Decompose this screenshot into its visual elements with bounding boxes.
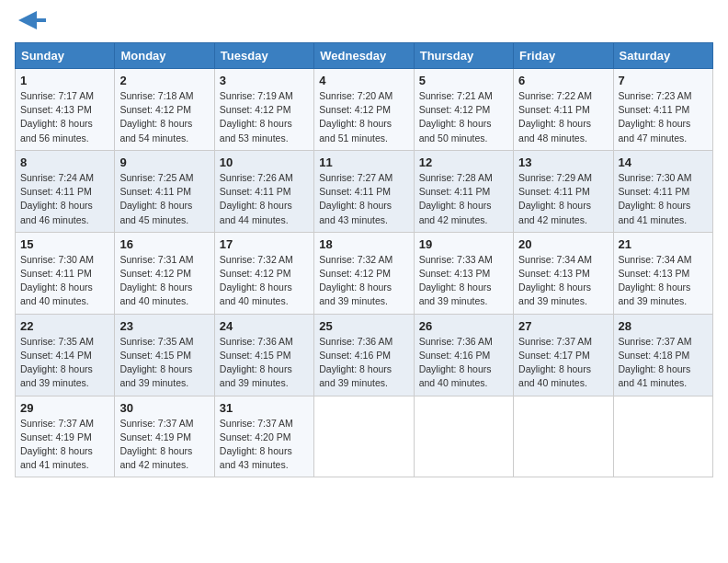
calendar-cell: 7Sunrise: 7:23 AMSunset: 4:11 PMDaylight… (613, 69, 712, 151)
day-number: 3 (220, 74, 309, 87)
calendar-cell: 14Sunrise: 7:30 AMSunset: 4:11 PMDayligh… (613, 150, 712, 232)
day-number: 6 (518, 74, 608, 87)
day-number: 18 (319, 237, 408, 251)
day-info: Sunrise: 7:21 AMSunset: 4:12 PMDaylight:… (419, 90, 493, 144)
calendar-cell: 5Sunrise: 7:21 AMSunset: 4:12 PMDaylight… (414, 69, 513, 151)
day-number: 29 (20, 401, 109, 415)
calendar-cell: 15Sunrise: 7:30 AMSunset: 4:11 PMDayligh… (16, 232, 115, 314)
calendar-cell (514, 396, 613, 477)
day-number: 30 (119, 401, 209, 415)
calendar-cell: 10Sunrise: 7:26 AMSunset: 4:11 PMDayligh… (214, 150, 313, 232)
day-number: 8 (20, 155, 109, 169)
day-number: 19 (419, 237, 508, 251)
day-number: 10 (220, 155, 309, 169)
calendar-cell: 25Sunrise: 7:36 AMSunset: 4:16 PMDayligh… (314, 314, 414, 396)
day-info: Sunrise: 7:33 AMSunset: 4:13 PMDaylight:… (419, 254, 493, 307)
day-number: 11 (319, 155, 408, 169)
calendar-cell: 29Sunrise: 7:37 AMSunset: 4:19 PMDayligh… (16, 396, 115, 477)
calendar-cell: 9Sunrise: 7:25 AMSunset: 4:11 PMDaylight… (115, 150, 214, 232)
calendar-cell: 27Sunrise: 7:37 AMSunset: 4:17 PMDayligh… (514, 314, 613, 396)
day-number: 15 (20, 237, 109, 251)
logo-icon (18, 11, 46, 33)
day-number: 12 (419, 155, 508, 169)
day-info: Sunrise: 7:32 AMSunset: 4:12 PMDaylight:… (319, 254, 392, 307)
calendar-cell (314, 396, 414, 477)
day-info: Sunrise: 7:32 AMSunset: 4:12 PMDaylight:… (220, 254, 293, 307)
header-cell-friday: Friday (514, 43, 613, 69)
day-number: 16 (119, 237, 209, 251)
day-info: Sunrise: 7:20 AMSunset: 4:12 PMDaylight:… (319, 90, 392, 144)
day-info: Sunrise: 7:30 AMSunset: 4:11 PMDaylight:… (619, 172, 692, 225)
day-number: 14 (619, 155, 708, 169)
day-number: 25 (319, 319, 408, 333)
calendar-cell: 11Sunrise: 7:27 AMSunset: 4:11 PMDayligh… (314, 150, 414, 232)
calendar-cell: 23Sunrise: 7:35 AMSunset: 4:15 PMDayligh… (115, 314, 214, 396)
day-info: Sunrise: 7:35 AMSunset: 4:15 PMDaylight:… (119, 336, 193, 389)
header-cell-wednesday: Wednesday (314, 43, 414, 69)
day-info: Sunrise: 7:36 AMSunset: 4:16 PMDaylight:… (319, 336, 392, 389)
day-number: 13 (518, 155, 608, 169)
calendar-week-5: 29Sunrise: 7:37 AMSunset: 4:19 PMDayligh… (16, 396, 713, 477)
day-info: Sunrise: 7:29 AMSunset: 4:11 PMDaylight:… (518, 172, 592, 225)
header-cell-sunday: Sunday (16, 43, 115, 69)
calendar-cell: 19Sunrise: 7:33 AMSunset: 4:13 PMDayligh… (414, 232, 513, 314)
day-number: 20 (518, 237, 608, 251)
day-number: 2 (119, 74, 209, 87)
day-number: 24 (220, 319, 309, 333)
day-info: Sunrise: 7:31 AMSunset: 4:12 PMDaylight:… (119, 254, 193, 307)
day-info: Sunrise: 7:35 AMSunset: 4:14 PMDaylight:… (20, 336, 94, 389)
day-info: Sunrise: 7:34 AMSunset: 4:13 PMDaylight:… (518, 254, 592, 307)
day-info: Sunrise: 7:18 AMSunset: 4:12 PMDaylight:… (119, 90, 193, 144)
calendar-cell (414, 396, 513, 477)
header-cell-saturday: Saturday (613, 43, 712, 69)
header-cell-thursday: Thursday (414, 43, 513, 69)
calendar-cell: 18Sunrise: 7:32 AMSunset: 4:12 PMDayligh… (314, 232, 414, 314)
calendar-cell: 20Sunrise: 7:34 AMSunset: 4:13 PMDayligh… (514, 232, 613, 314)
day-info: Sunrise: 7:27 AMSunset: 4:11 PMDaylight:… (319, 172, 392, 225)
calendar-week-3: 15Sunrise: 7:30 AMSunset: 4:11 PMDayligh… (16, 232, 713, 314)
calendar-cell (613, 396, 712, 477)
page-header (15, 15, 713, 33)
day-number: 7 (619, 74, 708, 87)
day-info: Sunrise: 7:25 AMSunset: 4:11 PMDaylight:… (119, 172, 193, 225)
calendar-cell: 28Sunrise: 7:37 AMSunset: 4:18 PMDayligh… (613, 314, 712, 396)
calendar-cell: 22Sunrise: 7:35 AMSunset: 4:14 PMDayligh… (16, 314, 115, 396)
day-info: Sunrise: 7:26 AMSunset: 4:11 PMDaylight:… (220, 172, 293, 225)
day-number: 22 (20, 319, 109, 333)
calendar-cell: 13Sunrise: 7:29 AMSunset: 4:11 PMDayligh… (514, 150, 613, 232)
calendar-week-4: 22Sunrise: 7:35 AMSunset: 4:14 PMDayligh… (16, 314, 713, 396)
svg-marker-0 (18, 11, 46, 29)
calendar-table: SundayMondayTuesdayWednesdayThursdayFrid… (15, 42, 713, 477)
day-info: Sunrise: 7:37 AMSunset: 4:19 PMDaylight:… (119, 418, 193, 471)
calendar-week-2: 8Sunrise: 7:24 AMSunset: 4:11 PMDaylight… (16, 150, 713, 232)
logo (15, 15, 46, 33)
day-info: Sunrise: 7:19 AMSunset: 4:12 PMDaylight:… (220, 90, 293, 144)
calendar-cell: 17Sunrise: 7:32 AMSunset: 4:12 PMDayligh… (214, 232, 313, 314)
calendar-cell: 21Sunrise: 7:34 AMSunset: 4:13 PMDayligh… (613, 232, 712, 314)
calendar-cell: 24Sunrise: 7:36 AMSunset: 4:15 PMDayligh… (214, 314, 313, 396)
calendar-cell: 1Sunrise: 7:17 AMSunset: 4:13 PMDaylight… (16, 69, 115, 151)
calendar-week-1: 1Sunrise: 7:17 AMSunset: 4:13 PMDaylight… (16, 69, 713, 151)
calendar-cell: 30Sunrise: 7:37 AMSunset: 4:19 PMDayligh… (115, 396, 214, 477)
day-number: 4 (319, 74, 408, 87)
day-info: Sunrise: 7:37 AMSunset: 4:18 PMDaylight:… (619, 336, 692, 389)
day-info: Sunrise: 7:24 AMSunset: 4:11 PMDaylight:… (20, 172, 94, 225)
day-info: Sunrise: 7:22 AMSunset: 4:11 PMDaylight:… (518, 90, 592, 144)
calendar-cell: 2Sunrise: 7:18 AMSunset: 4:12 PMDaylight… (115, 69, 214, 151)
calendar-cell: 6Sunrise: 7:22 AMSunset: 4:11 PMDaylight… (514, 69, 613, 151)
day-number: 27 (518, 319, 608, 333)
day-info: Sunrise: 7:34 AMSunset: 4:13 PMDaylight:… (619, 254, 692, 307)
day-info: Sunrise: 7:37 AMSunset: 4:17 PMDaylight:… (518, 336, 592, 389)
day-number: 26 (419, 319, 508, 333)
day-info: Sunrise: 7:17 AMSunset: 4:13 PMDaylight:… (20, 90, 94, 144)
day-number: 23 (119, 319, 209, 333)
day-number: 5 (419, 74, 508, 87)
calendar-cell: 3Sunrise: 7:19 AMSunset: 4:12 PMDaylight… (214, 69, 313, 151)
header-row: SundayMondayTuesdayWednesdayThursdayFrid… (16, 43, 713, 69)
day-number: 1 (20, 74, 109, 87)
day-info: Sunrise: 7:28 AMSunset: 4:11 PMDaylight:… (419, 172, 493, 225)
day-number: 31 (220, 401, 309, 415)
calendar-cell: 12Sunrise: 7:28 AMSunset: 4:11 PMDayligh… (414, 150, 513, 232)
calendar-cell: 4Sunrise: 7:20 AMSunset: 4:12 PMDaylight… (314, 69, 414, 151)
calendar-cell: 31Sunrise: 7:37 AMSunset: 4:20 PMDayligh… (214, 396, 313, 477)
